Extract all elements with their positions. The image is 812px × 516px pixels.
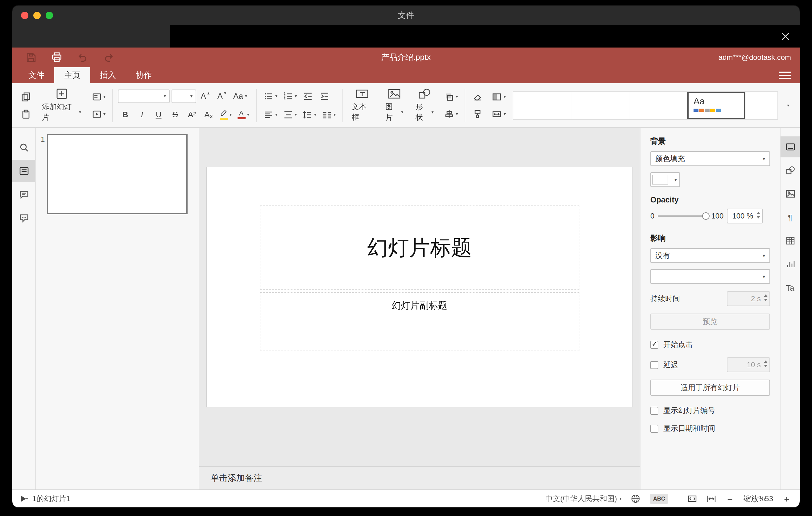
zoom-in-button[interactable]: + (782, 493, 791, 504)
font-name-select[interactable] (118, 89, 170, 103)
add-slide-button[interactable]: 添加幻灯片 (38, 88, 85, 123)
spellcheck-button[interactable]: ABC (650, 494, 668, 504)
background-fill-select[interactable]: 颜色填充 (650, 151, 770, 166)
opacity-value: 100 % (732, 212, 753, 220)
vertical-align-button[interactable] (281, 107, 299, 122)
copy-button[interactable] (19, 89, 33, 104)
minimize-window-button[interactable] (33, 12, 41, 19)
opacity-slider[interactable] (658, 216, 708, 217)
bold-button[interactable]: B (118, 107, 133, 122)
highlight-color-button[interactable] (218, 107, 234, 122)
sidebar-item-comments[interactable] (12, 183, 35, 205)
increase-indent-button[interactable] (317, 89, 332, 104)
delay-checkbox[interactable] (650, 361, 658, 369)
theme-tile-selected[interactable]: Aa (687, 92, 745, 119)
font-color-button[interactable]: A (235, 107, 251, 122)
panel-tab-table-settings[interactable] (781, 230, 800, 251)
line-spacing-button[interactable] (300, 107, 318, 122)
tab-insert[interactable]: 插入 (90, 67, 126, 83)
effect-variant-select[interactable] (650, 269, 770, 284)
color-scheme-button[interactable] (490, 89, 508, 104)
insert-textbox-button[interactable]: 文本框 (348, 88, 377, 123)
slide-thumbnail[interactable] (47, 134, 187, 214)
panel-tab-image-settings[interactable] (781, 183, 800, 204)
apply-to-all-button[interactable]: 适用于所有幻灯片 (650, 380, 770, 396)
panel-tab-shape-settings[interactable] (781, 160, 800, 181)
set-language-button[interactable] (631, 494, 641, 504)
sidebar-item-feedback[interactable] (12, 207, 35, 229)
paste-button[interactable] (19, 107, 33, 121)
tab-collaboration[interactable]: 协作 (126, 67, 162, 83)
sidebar-item-search[interactable] (12, 136, 35, 159)
start-preview-button[interactable] (21, 496, 28, 502)
notes-area[interactable]: 单击添加备注 (199, 466, 640, 489)
toolbar-separator (465, 89, 466, 122)
align-shapes-button[interactable] (442, 107, 460, 121)
sidebar-item-slides[interactable] (12, 160, 35, 182)
arrange-shapes-button[interactable] (442, 89, 460, 104)
font-size-select[interactable] (172, 89, 196, 103)
bullet-list-button[interactable] (262, 89, 279, 104)
start-slideshow-button[interactable] (90, 107, 107, 121)
theme-gallery-expand-button[interactable] (783, 91, 793, 119)
subscript-button[interactable]: A₂ (201, 107, 216, 122)
insert-shape-button[interactable]: 形状 (412, 88, 437, 123)
delay-spinner[interactable] (764, 361, 767, 367)
slide-size-button[interactable] (490, 107, 508, 121)
duration-spinner[interactable] (764, 294, 767, 301)
opacity-spinner[interactable] (756, 212, 760, 219)
fit-slide-button[interactable] (687, 494, 697, 504)
effect-select[interactable]: 没有 (650, 248, 770, 263)
background-color-select[interactable] (650, 172, 680, 187)
superscript-button[interactable]: A² (184, 107, 199, 122)
zoom-out-button[interactable]: − (726, 493, 734, 504)
redo-button[interactable] (103, 51, 115, 64)
document-title[interactable]: 产品介绍.pptx (12, 52, 800, 63)
opacity-input[interactable]: 100 % (727, 209, 762, 224)
panel-tab-textart-settings[interactable]: Ta (781, 277, 800, 298)
delay-input[interactable]: 10 s (727, 357, 770, 372)
dark-gap (12, 25, 800, 48)
fit-width-button[interactable] (706, 494, 716, 504)
increase-font-button[interactable]: A (198, 89, 213, 104)
numbered-list-button[interactable]: 123 (281, 89, 299, 104)
clear-style-button[interactable] (470, 89, 485, 104)
subtitle-placeholder-box[interactable]: 幻灯片副标题 (260, 292, 579, 351)
menu-button[interactable] (779, 69, 791, 82)
start-on-click-checkbox[interactable] (650, 341, 658, 349)
show-date-checkbox[interactable] (650, 425, 658, 433)
duration-input[interactable]: 2 s (727, 291, 770, 306)
zoom-window-button[interactable] (46, 12, 53, 19)
panel-tab-chart-settings[interactable] (781, 254, 800, 275)
italic-button[interactable]: I (135, 107, 149, 122)
opacity-slider-knob[interactable] (702, 212, 709, 220)
language-selector[interactable]: 中文(中华人民共和国) (546, 493, 622, 504)
print-button[interactable] (51, 51, 63, 64)
horizontal-align-button[interactable] (262, 107, 279, 122)
close-button[interactable] (779, 30, 792, 43)
insert-image-button[interactable]: 图片 (382, 88, 407, 123)
decrease-indent-button[interactable] (300, 89, 315, 104)
close-window-button[interactable] (21, 12, 28, 19)
undo-button[interactable] (77, 51, 89, 64)
panel-tab-slide-settings[interactable] (781, 136, 800, 157)
strikethrough-button[interactable]: S (168, 107, 183, 122)
columns-button[interactable] (320, 107, 338, 122)
tab-file[interactable]: 文件 (19, 67, 54, 83)
title-placeholder-box[interactable]: 幻灯片标题 (260, 205, 579, 290)
save-button[interactable] (25, 51, 37, 64)
show-slide-number-checkbox[interactable] (650, 407, 658, 415)
decrease-font-button[interactable]: A (215, 89, 230, 104)
theme-tile-3[interactable] (629, 92, 687, 119)
slide-layout-button[interactable] (90, 89, 107, 104)
change-case-button[interactable]: Aa (231, 89, 249, 104)
theme-tile-2[interactable] (571, 92, 629, 119)
copy-style-button[interactable] (470, 107, 485, 121)
user-email: adm***@dootask.com (719, 53, 791, 62)
tab-home[interactable]: 主页 (54, 67, 90, 83)
underline-button[interactable]: U (151, 107, 166, 122)
slide[interactable]: 幻灯片标题 幻灯片副标题 (207, 167, 633, 407)
preview-button[interactable]: 预览 (650, 314, 770, 329)
theme-tile-1[interactable] (513, 92, 571, 119)
panel-tab-paragraph-settings[interactable]: ¶ (781, 207, 800, 228)
